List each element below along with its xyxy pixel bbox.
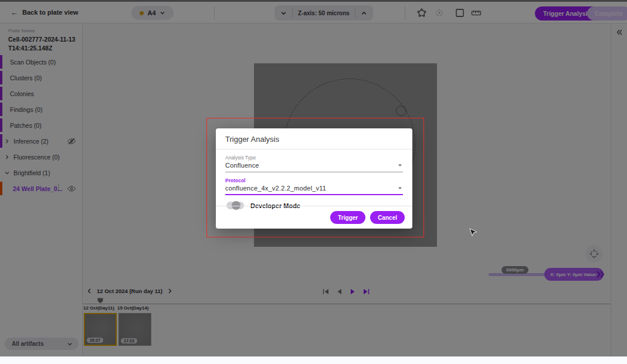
mouse-cursor — [469, 228, 477, 240]
protocol-field: Protocol confluence_4x_v2.2.2_model_v11 — [225, 178, 403, 195]
trigger-analysis-dialog: Trigger Analysis Analysis Type Confluenc… — [216, 128, 412, 229]
protocol-label: Protocol — [225, 178, 403, 183]
cancel-button[interactable]: Cancel — [370, 211, 405, 224]
dialog-footer: Trigger Cancel — [216, 206, 412, 229]
protocol-value: confluence_4x_v2.2.2_model_v11 — [225, 185, 397, 192]
protocol-select[interactable]: confluence_4x_v2.2.2_model_v11 — [225, 185, 403, 195]
dialog-title: Trigger Analysis — [216, 128, 412, 149]
dropdown-caret-icon — [397, 185, 403, 191]
analysis-type-select[interactable]: Confluence — [225, 162, 403, 172]
dropdown-caret-icon — [397, 162, 403, 168]
page-footer-strip — [0, 356, 627, 364]
analysis-type-value: Confluence — [225, 162, 397, 169]
analysis-type-label: Analysis Type — [225, 155, 403, 161]
trigger-button[interactable]: Trigger — [330, 211, 365, 224]
app-window: ← Back to plate view A4 Z-axis: 50 micro… — [0, 0, 627, 364]
analysis-type-field: Analysis Type Confluence — [225, 155, 403, 172]
